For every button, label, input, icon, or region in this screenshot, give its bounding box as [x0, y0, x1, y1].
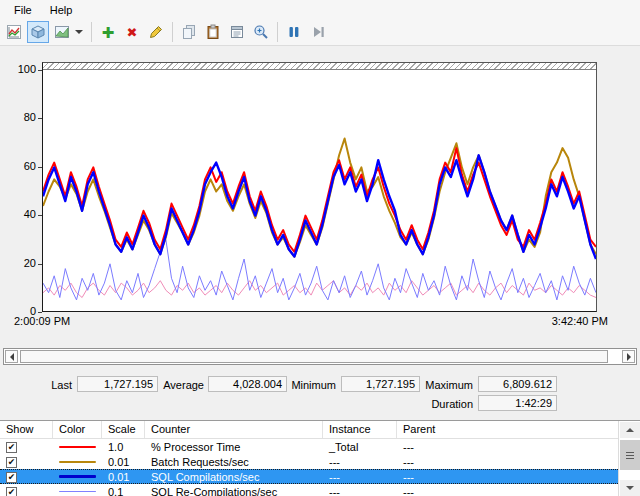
toolbar-separator: [277, 22, 278, 42]
show-checkbox[interactable]: ✔: [6, 457, 17, 468]
chart-top-hatch: [43, 63, 596, 70]
counter-cell: Batch Requests/sec: [145, 456, 323, 468]
table-row[interactable]: ✔0.01Batch Requests/sec------: [0, 454, 640, 469]
last-value: 1,727.195: [77, 376, 158, 392]
scale-cell: 0.01: [102, 456, 145, 468]
parent-cell: ---: [397, 456, 618, 468]
column-header-show[interactable]: Show: [0, 421, 53, 438]
delete-icon: ✖: [127, 26, 138, 39]
average-value: 4,028.004: [208, 376, 287, 392]
step-play-icon: [310, 24, 326, 40]
color-swatch: [59, 475, 96, 478]
view-current-activity-button[interactable]: [3, 21, 25, 43]
parent-cell: ---: [397, 471, 618, 483]
highlight-pen-icon: [148, 24, 164, 40]
chart-lines: [43, 71, 596, 312]
time-axis-end-label: 3:42:40 PM: [552, 315, 608, 327]
maximum-value: 6,809.612: [478, 376, 557, 392]
chart-type-icon: [54, 24, 70, 40]
color-swatch: [59, 461, 96, 463]
scroll-up-button[interactable]: [620, 422, 640, 438]
update-data-button[interactable]: [307, 21, 329, 43]
scroll-left-button[interactable]: [5, 350, 18, 363]
parent-cell: ---: [397, 486, 618, 496]
last-label: Last: [40, 379, 72, 393]
zoom-magnifier-icon: [253, 24, 269, 40]
counter-table-header: Show Color Scale Counter Instance Parent: [0, 421, 640, 439]
table-scrollbar-thumb[interactable]: [620, 440, 640, 470]
column-header-counter[interactable]: Counter: [145, 421, 323, 438]
table-scrollbar: [618, 421, 640, 496]
counter-table-body: ✔1.0% Processor Time_Total---✔0.01Batch …: [0, 439, 640, 496]
menu-bar: File Help: [0, 0, 640, 19]
thumb-grip-icon: [626, 452, 634, 459]
menu-file[interactable]: File: [6, 2, 40, 18]
average-label: Average: [162, 379, 204, 393]
line-chart-icon: [6, 24, 22, 40]
pause-icon: [286, 24, 302, 40]
graph-type-dropdown-arrow[interactable]: [75, 30, 83, 34]
column-header-scale[interactable]: Scale: [102, 421, 145, 438]
maximum-label: Maximum: [425, 379, 473, 393]
paste-clipboard-icon: [205, 24, 221, 40]
freeze-display-button[interactable]: [283, 21, 305, 43]
y-axis-label: 20: [6, 257, 36, 271]
chart-line-3: [43, 240, 596, 300]
delete-counter-button[interactable]: ✖: [121, 21, 143, 43]
y-axis-label: 40: [6, 208, 36, 222]
copy-properties-button[interactable]: [178, 21, 200, 43]
copy-icon: [181, 24, 197, 40]
paste-counter-list-button[interactable]: [202, 21, 224, 43]
counter-cell: SQL Re-Compilations/sec: [145, 486, 323, 496]
time-range-thumb[interactable]: [20, 350, 608, 363]
add-counter-button[interactable]: ✚: [97, 21, 119, 43]
show-checkbox[interactable]: ✔: [6, 442, 17, 453]
menu-help[interactable]: Help: [42, 2, 81, 18]
y-axis-label: 60: [6, 160, 36, 174]
toolbar-separator: [172, 22, 173, 42]
instance-cell: _Total: [323, 441, 397, 453]
table-row[interactable]: ✔0.1SQL Re-Compilations/sec------: [0, 484, 640, 496]
duration-value: 1:42:29: [478, 395, 557, 411]
zoom-button[interactable]: [250, 21, 272, 43]
left-arrow-icon: [10, 353, 14, 361]
up-arrow-icon: [626, 428, 634, 432]
toolbar-separator: [91, 22, 92, 42]
scale-cell: 0.01: [102, 471, 145, 483]
show-checkbox[interactable]: ✔: [6, 487, 17, 496]
show-checkbox[interactable]: ✔: [6, 472, 17, 483]
highlight-button[interactable]: [145, 21, 167, 43]
counter-cell: % Processor Time: [145, 441, 323, 453]
view-log-data-button[interactable]: [27, 21, 49, 43]
column-header-color[interactable]: Color: [53, 421, 102, 438]
column-header-parent[interactable]: Parent: [397, 421, 618, 438]
counter-table: Show Color Scale Counter Instance Parent…: [0, 420, 640, 496]
right-arrow-icon: [627, 353, 631, 361]
duration-label: Duration: [425, 398, 473, 412]
instance-cell: ---: [323, 456, 397, 468]
performance-monitor-window: File Help ✚ ✖: [0, 0, 640, 496]
minimum-value: 1,727.195: [341, 376, 420, 392]
column-header-instance[interactable]: Instance: [323, 421, 397, 438]
add-icon: ✚: [102, 25, 115, 40]
y-axis-label: 100: [6, 63, 36, 77]
counter-cell: SQL Compilations/sec: [145, 471, 323, 483]
y-axis-label: 80: [6, 111, 36, 125]
instance-cell: ---: [323, 471, 397, 483]
time-axis-start-label: 2:00:09 PM: [14, 315, 70, 327]
toolbar: ✚ ✖: [0, 19, 640, 46]
time-range-scrollbar: [3, 348, 637, 365]
scroll-down-button[interactable]: [620, 480, 640, 496]
parent-cell: ---: [397, 441, 618, 453]
table-row[interactable]: ✔0.01SQL Compilations/sec------: [0, 469, 640, 484]
properties-button[interactable]: [226, 21, 248, 43]
log-data-cube-icon: [30, 24, 46, 40]
change-graph-type-button[interactable]: [51, 21, 73, 43]
scale-cell: 1.0: [102, 441, 145, 453]
scale-cell: 0.1: [102, 486, 145, 496]
y-axis-tick: [38, 312, 42, 313]
table-row[interactable]: ✔1.0% Processor Time_Total---: [0, 439, 640, 454]
properties-window-icon: [229, 24, 245, 40]
scroll-right-button[interactable]: [622, 350, 635, 363]
color-swatch: [59, 491, 96, 492]
